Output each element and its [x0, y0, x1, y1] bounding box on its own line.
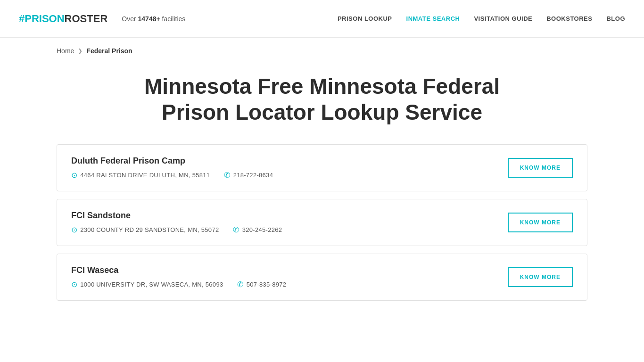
prison-phone: ✆ 320-245-2262	[233, 225, 282, 234]
facilities-count-text: Over 14748+ facilities	[122, 15, 185, 23]
prison-phone-text: 507-835-8972	[247, 281, 287, 288]
prison-name: FCI Sandstone	[71, 211, 508, 221]
page-title-section: Minnesota Free Minnesota Federal Prison …	[0, 64, 644, 144]
prison-details: ⊙ 1000 UNIVERSITY DR, SW WASECA, MN, 560…	[71, 280, 508, 289]
prison-info: Duluth Federal Prison Camp ⊙ 4464 RALSTO…	[71, 156, 508, 180]
prison-card: FCI Waseca ⊙ 1000 UNIVERSITY DR, SW WASE…	[57, 254, 587, 301]
nav-blog[interactable]: BLOG	[606, 15, 625, 22]
phone-icon: ✆	[237, 280, 243, 289]
logo-roster: ROSTER	[65, 13, 108, 25]
prison-phone: ✆ 218-722-8634	[224, 171, 273, 180]
prison-card: Duluth Federal Prison Camp ⊙ 4464 RALSTO…	[57, 144, 587, 191]
page-title: Minnesota Free Minnesota Federal Prison …	[110, 74, 534, 125]
prison-card: FCI Sandstone ⊙ 2300 COUNTY RD 29 SANDST…	[57, 199, 587, 246]
prison-name: FCI Waseca	[71, 265, 508, 275]
breadcrumb-chevron-icon: ❯	[78, 48, 83, 54]
prison-info: FCI Waseca ⊙ 1000 UNIVERSITY DR, SW WASE…	[71, 265, 508, 289]
nav-inmate-search[interactable]: INMATE SEARCH	[406, 15, 460, 22]
phone-icon: ✆	[233, 225, 239, 234]
prison-address: ⊙ 4464 RALSTON DRIVE DULUTH, MN, 55811	[71, 171, 210, 180]
breadcrumb-home[interactable]: Home	[57, 47, 74, 55]
prison-details: ⊙ 2300 COUNTY RD 29 SANDSTONE, MN, 55072…	[71, 225, 508, 234]
prison-address-text: 4464 RALSTON DRIVE DULUTH, MN, 55811	[80, 172, 210, 179]
phone-icon: ✆	[224, 171, 230, 180]
nav-prison-lookup[interactable]: PRISON LOOKUP	[338, 15, 392, 22]
logo-hash: #	[19, 13, 25, 25]
prison-list: Duluth Federal Prison Camp ⊙ 4464 RALSTO…	[0, 144, 644, 320]
breadcrumb-current: Federal Prison	[86, 47, 132, 55]
know-more-button[interactable]: KNOW MORE	[508, 213, 573, 232]
prison-details: ⊙ 4464 RALSTON DRIVE DULUTH, MN, 55811 ✆…	[71, 171, 508, 180]
main-nav: PRISON LOOKUP INMATE SEARCH VISITATION G…	[338, 15, 625, 22]
prison-address-text: 2300 COUNTY RD 29 SANDSTONE, MN, 55072	[80, 226, 219, 233]
prison-name: Duluth Federal Prison Camp	[71, 156, 508, 166]
prison-phone-text: 320-245-2262	[242, 226, 282, 233]
pin-icon: ⊙	[71, 280, 77, 289]
prison-address-text: 1000 UNIVERSITY DR, SW WASECA, MN, 56093	[80, 281, 223, 288]
breadcrumb: Home ❯ Federal Prison	[0, 38, 644, 64]
nav-bookstores[interactable]: BOOKSTORES	[546, 15, 592, 22]
site-header: #PRISONROSTER Over 14748+ facilities PRI…	[0, 0, 644, 38]
nav-visitation-guide[interactable]: VISITATION GUIDE	[474, 15, 532, 22]
prison-address: ⊙ 1000 UNIVERSITY DR, SW WASECA, MN, 560…	[71, 280, 223, 289]
prison-phone-text: 218-722-8634	[233, 172, 273, 179]
know-more-button[interactable]: KNOW MORE	[508, 158, 573, 178]
site-logo[interactable]: #PRISONROSTER	[19, 13, 107, 25]
pin-icon: ⊙	[71, 171, 77, 180]
facilities-count: 14748+	[138, 15, 160, 23]
prison-address: ⊙ 2300 COUNTY RD 29 SANDSTONE, MN, 55072	[71, 225, 219, 234]
prison-info: FCI Sandstone ⊙ 2300 COUNTY RD 29 SANDST…	[71, 211, 508, 234]
know-more-button[interactable]: KNOW MORE	[508, 267, 573, 287]
logo-prison: PRISON	[25, 13, 64, 25]
pin-icon: ⊙	[71, 225, 77, 234]
prison-phone: ✆ 507-835-8972	[237, 280, 286, 289]
